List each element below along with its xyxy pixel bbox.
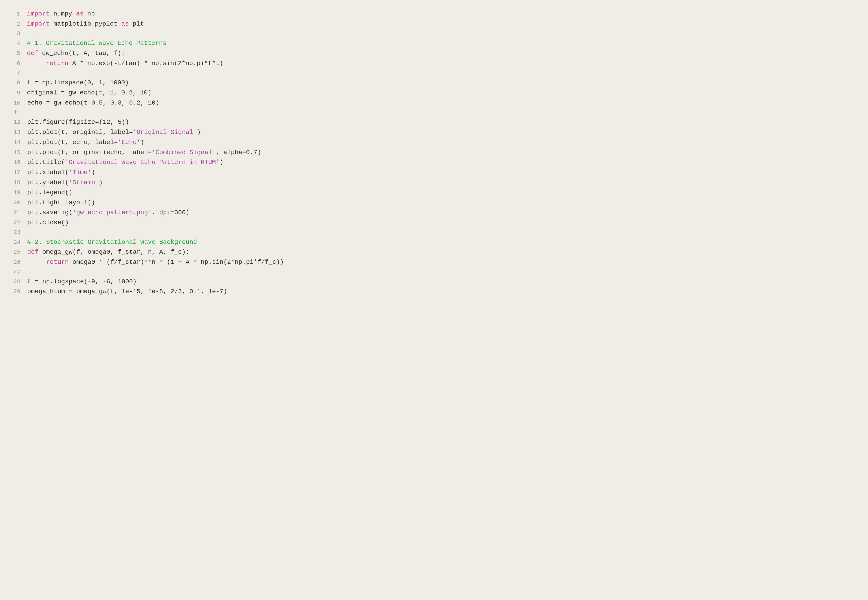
code-content: import numpy as np: [27, 9, 854, 19]
line-number: 22: [14, 218, 27, 228]
code-line: 7: [14, 69, 854, 78]
code-line: 28f = np.logspace(-9, -6, 1000): [14, 277, 854, 287]
code-token-plain: plt.plot(t, original, label=: [27, 129, 133, 136]
code-token-kw-import: as: [76, 10, 84, 17]
code-content: def omega_gw(f, omega0, f_star, n, A, f_…: [27, 247, 854, 257]
code-token-plain: ): [220, 159, 223, 166]
code-token-comment: # 2. Stochastic Gravitational Wave Backg…: [27, 239, 197, 245]
line-number: 13: [14, 128, 27, 137]
line-number: 9: [14, 88, 27, 98]
code-content: echo = gw_echo(t-0.5, 0.3, 0.2, 10): [27, 98, 854, 108]
code-content: plt.ylabel('Strain'): [27, 178, 854, 188]
code-token-kw-import: import: [27, 20, 50, 27]
code-token-plain: A * np.exp(-t/tau) * np.sin(2*np.pi*f*t): [68, 60, 223, 67]
code-line: 22plt.close(): [14, 218, 854, 228]
code-editor: 1import numpy as np2import matplotlib.py…: [14, 9, 854, 297]
code-token-plain: ): [140, 139, 144, 146]
line-number: 19: [14, 188, 27, 198]
code-token-kw-return: return: [46, 60, 68, 67]
code-token-plain: plt.plot(t, echo, label=: [27, 139, 118, 146]
code-content: # 1. Gravitational Wave Echo Patterns: [27, 38, 854, 48]
code-token-plain: , dpi=300): [152, 209, 190, 216]
code-line: 21plt.savefig('gw_echo_pattern.png', dpi…: [14, 208, 854, 218]
code-token-plain: plt.plot(t, original+echo, label=: [27, 149, 152, 156]
code-line: 10echo = gw_echo(t-0.5, 0.3, 0.2, 10): [14, 98, 854, 108]
code-line: 13plt.plot(t, original, label='Original …: [14, 127, 854, 138]
line-number: 4: [14, 39, 27, 48]
code-token-string: 'Original Signal': [133, 129, 197, 136]
code-token-plain: omega0 * (f/f_star)**n * (1 + A * np.sin…: [69, 259, 284, 265]
code-token-plain: ): [99, 179, 103, 186]
code-token-string: 'gw_echo_pattern.png': [73, 209, 152, 216]
code-content: return A * np.exp(-t/tau) * np.sin(2*np.…: [27, 59, 854, 69]
code-token-plain: [27, 259, 46, 265]
code-line: 26 return omega0 * (f/f_star)**n * (1 + …: [14, 257, 854, 267]
code-content: plt.legend(): [27, 188, 854, 198]
code-line: 17plt.xlabel('Time'): [14, 168, 854, 178]
line-number: 23: [14, 228, 27, 237]
code-line: 6 return A * np.exp(-t/tau) * np.sin(2*n…: [14, 59, 854, 69]
code-token-plain: echo = gw_echo(t-0.5, 0.3, 0.2, 10): [27, 99, 159, 106]
code-token-plain: omega_gw(f, omega0, f_star, n, A, f_c):: [39, 248, 190, 256]
code-content: import matplotlib.pyplot as plt: [27, 19, 854, 29]
line-number: 21: [14, 208, 27, 218]
code-token-plain: original = gw_echo(t, 1, 0.2, 10): [27, 89, 152, 96]
code-content: omega_htum = omega_gw(f, 1e-15, 1e-8, 2/…: [27, 287, 854, 297]
line-number: 6: [14, 59, 27, 68]
code-line: 15plt.plot(t, original+echo, label='Comb…: [14, 148, 854, 158]
code-token-string: 'Echo': [118, 139, 140, 146]
code-token-plain: matplotlib.pyplot: [50, 20, 121, 27]
line-number: 15: [14, 148, 27, 158]
code-line: 18plt.ylabel('Strain'): [14, 178, 854, 188]
code-token-plain: plt.xlabel(: [27, 169, 69, 176]
code-line: 1import numpy as np: [14, 9, 854, 19]
code-token-plain: plt.close(): [27, 219, 69, 226]
line-number: 27: [14, 267, 27, 277]
code-line: 2import matplotlib.pyplot as plt: [14, 19, 854, 29]
code-content: t = np.linspace(0, 1, 1000): [27, 78, 854, 88]
line-number: 11: [14, 108, 27, 118]
code-content: return omega0 * (f/f_star)**n * (1 + A *…: [27, 257, 854, 267]
code-line: 20plt.tight_layout(): [14, 198, 854, 208]
code-content: # 2. Stochastic Gravitational Wave Backg…: [27, 237, 854, 247]
code-token-plain: plt.figure(figsize=(12, 5)): [27, 119, 129, 126]
code-token-kw-return: return: [46, 259, 69, 265]
line-number: 29: [14, 287, 27, 297]
line-number: 16: [14, 158, 27, 167]
code-token-string: 'Combined Signal': [152, 149, 216, 156]
code-line: 27: [14, 267, 854, 277]
code-token-plain: , alpha=0.7): [216, 149, 261, 156]
code-line: 5def gw_echo(t, A, tau, f):: [14, 48, 854, 59]
code-token-string: 'Time': [69, 169, 91, 176]
line-number: 2: [14, 20, 27, 29]
code-token-plain: plt.tight_layout(): [27, 199, 95, 206]
code-line: 4# 1. Gravitational Wave Echo Patterns: [14, 38, 854, 48]
code-content: plt.title('Gravitational Wave Echo Patte…: [27, 158, 854, 168]
line-number: 8: [14, 78, 27, 88]
code-line: 19plt.legend(): [14, 188, 854, 198]
code-line: 16plt.title('Gravitational Wave Echo Pat…: [14, 158, 854, 168]
code-content: plt.plot(t, original, label='Original Si…: [27, 127, 854, 138]
line-number: 25: [14, 248, 27, 257]
code-token-plain: omega_htum = omega_gw(f, 1e-15, 1e-8, 2/…: [27, 288, 227, 295]
code-content: plt.plot(t, echo, label='Echo'): [27, 138, 854, 148]
code-token-plain: f = np.logspace(-9, -6, 1000): [27, 278, 137, 285]
code-token-plain: gw_echo(t, A, tau, f):: [38, 50, 125, 57]
code-line: 25def omega_gw(f, omega0, f_star, n, A, …: [14, 247, 854, 257]
line-number: 14: [14, 138, 27, 147]
code-line: 14plt.plot(t, echo, label='Echo'): [14, 138, 854, 148]
line-number: 1: [14, 9, 27, 19]
code-token-kw-def: def: [27, 248, 38, 256]
line-number: 28: [14, 277, 27, 287]
code-token-plain: plt.savefig(: [27, 209, 73, 216]
code-token-plain: plt: [129, 20, 144, 27]
line-number: 12: [14, 118, 27, 127]
code-token-plain: ): [197, 129, 201, 136]
code-token-plain: np: [84, 10, 95, 17]
code-token-string: 'Strain': [69, 179, 99, 186]
code-line: 3: [14, 29, 854, 39]
code-line: 9original = gw_echo(t, 1, 0.2, 10): [14, 88, 854, 98]
code-content: plt.plot(t, original+echo, label='Combin…: [27, 148, 854, 158]
code-content: plt.tight_layout(): [27, 198, 854, 208]
code-token-plain: plt.legend(): [27, 189, 73, 196]
